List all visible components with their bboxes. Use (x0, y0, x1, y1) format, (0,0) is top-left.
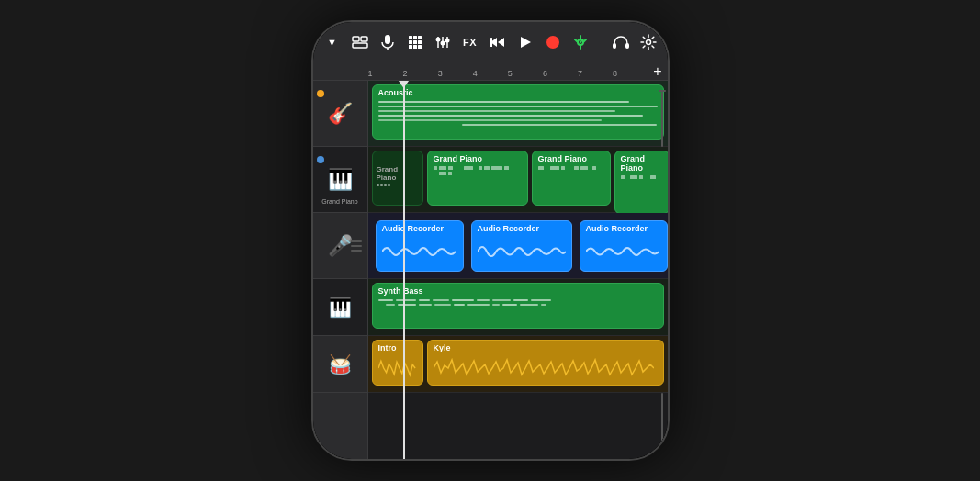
grid-icon[interactable] (403, 30, 427, 54)
synth-bass-pattern (378, 299, 658, 306)
track-row-acoustic: Acoustic (368, 81, 668, 147)
svg-rect-11 (418, 40, 422, 44)
ruler-mark-4: 4 (473, 69, 508, 78)
track-view-icon[interactable] (348, 30, 372, 54)
fx-button[interactable]: FX (458, 30, 482, 54)
acoustic-waveform (378, 101, 658, 126)
clip-grand-piano-3-label: Grand Piano (621, 154, 646, 173)
track-header-acoustic[interactable]: 🎸 (313, 81, 367, 147)
grand-piano-label: Grand Piano (317, 198, 364, 205)
waveform-2 (478, 235, 566, 268)
synth-icon: 🎹 (329, 296, 352, 319)
svg-rect-14 (418, 45, 422, 49)
midi-dots-2 (434, 166, 522, 201)
svg-rect-12 (409, 45, 412, 49)
toolbar: ▼ (313, 22, 668, 62)
microphone-track-icon: 🎤 (328, 234, 353, 258)
clip-grand-piano-1[interactable]: Grand Piano (427, 151, 528, 206)
track-header-grand-piano[interactable]: 🎹 Grand Piano (313, 147, 367, 213)
clip-grand-piano-1-label: Grand Piano (434, 154, 483, 163)
clip-acoustic-label: Acoustic (378, 88, 413, 97)
drum-pattern-kyle (434, 355, 658, 381)
svg-rect-10 (413, 40, 417, 44)
timeline-ruler: 1 2 3 4 5 6 7 8 + (313, 62, 668, 81)
svg-point-30 (646, 39, 650, 44)
ruler-mark-7: 7 (578, 69, 613, 78)
svg-rect-28 (613, 43, 616, 49)
svg-rect-2 (353, 43, 367, 48)
drums-icon: 🥁 (329, 353, 352, 375)
waveform-1 (382, 235, 457, 268)
drum-pattern-intro (378, 355, 417, 381)
clip-audio-recorder-3[interactable]: Audio Recorder (580, 220, 668, 272)
clip-synth-bass-label: Synth Bass (378, 286, 423, 296)
ruler-mark-1: 1 (368, 69, 403, 78)
piano-icon: 🎹 (328, 168, 353, 192)
tuner-icon[interactable] (569, 30, 592, 54)
svg-rect-3 (385, 35, 390, 44)
midi-dots-3 (538, 166, 604, 201)
headphones-icon[interactable] (609, 30, 633, 54)
clip-grand-piano-3[interactable]: Grand Piano (614, 151, 668, 214)
ruler-mark-5: 5 (508, 69, 543, 78)
track-header-drums[interactable]: 🥁 (313, 336, 367, 393)
tracks-container: 🎸 🎹 Grand Piano 🎤 (313, 81, 668, 459)
phone-frame: ▼ (311, 20, 670, 461)
clip-audio-recorder-1-label: Audio Recorder (382, 224, 457, 233)
clip-synth-bass[interactable]: Synth Bass (372, 283, 664, 329)
svg-point-16 (435, 37, 440, 41)
midi-dots-1 (377, 184, 419, 202)
clip-drums-kyle-label: Kyle (434, 343, 451, 352)
clip-drums-kyle[interactable]: Kyle (427, 340, 664, 386)
track-row-drums: Intro Kyle (368, 336, 668, 393)
dropdown-arrow-icon[interactable]: ▼ (321, 30, 344, 54)
svg-marker-22 (498, 38, 504, 47)
svg-rect-29 (625, 43, 629, 49)
tracks-scroll[interactable]: Acoustic Gr (368, 81, 668, 459)
clip-audio-recorder-1[interactable]: Audio Recorder (376, 220, 464, 272)
clip-audio-recorder-2-label: Audio Recorder (478, 224, 566, 233)
ruler-mark-6: 6 (543, 69, 578, 78)
clip-grand-piano-2[interactable]: Grand Piano (532, 151, 611, 206)
svg-marker-24 (521, 37, 531, 48)
clip-acoustic[interactable]: Acoustic (372, 84, 664, 140)
screen: ▼ (313, 22, 668, 459)
midi-dots-4 (621, 175, 663, 210)
mixer-icon[interactable] (431, 30, 455, 54)
svg-rect-23 (490, 38, 492, 47)
settings-icon[interactable] (636, 30, 660, 54)
clip-drums-intro[interactable]: Intro (372, 340, 423, 386)
play-icon[interactable] (513, 30, 537, 54)
svg-point-25 (546, 36, 559, 49)
rewind-icon[interactable] (486, 30, 510, 54)
svg-point-18 (440, 40, 445, 45)
track-headers: 🎸 🎹 Grand Piano 🎤 (313, 81, 368, 459)
microphone-icon[interactable] (376, 30, 400, 54)
clip-grand-piano-header[interactable]: Grand Piano (372, 151, 423, 206)
svg-rect-8 (418, 36, 422, 39)
svg-rect-0 (353, 37, 359, 41)
svg-rect-9 (409, 40, 412, 44)
svg-point-20 (445, 38, 449, 42)
ruler-marks: 1 2 3 4 5 6 7 8 (368, 62, 648, 80)
track-row-synth-bass: Synth Bass (368, 279, 668, 336)
track-row-audio-recorder: Audio Recorder Audio Recorder (368, 213, 668, 279)
clip-grand-piano-2-label: Grand Piano (538, 154, 588, 163)
acoustic-guitar-icon: 🎸 (328, 102, 353, 126)
ruler-mark-2: 2 (403, 69, 438, 78)
ruler-mark-3: 3 (438, 69, 473, 78)
record-icon[interactable] (541, 30, 565, 54)
waveform-3 (586, 235, 661, 268)
svg-rect-13 (413, 45, 417, 49)
clip-grand-piano-header-label: Grand Piano (377, 165, 419, 182)
ruler-mark-8: 8 (613, 69, 648, 78)
svg-rect-6 (409, 36, 412, 39)
track-row-grand-piano: Grand Piano Grand Piano (368, 147, 668, 213)
track-header-audio-recorder[interactable]: 🎤 (313, 213, 367, 279)
svg-rect-1 (361, 37, 367, 41)
clip-audio-recorder-3-label: Audio Recorder (586, 224, 661, 233)
track-header-synth-bass[interactable]: 🎹 (313, 279, 367, 336)
clip-audio-recorder-2[interactable]: Audio Recorder (471, 220, 572, 272)
add-track-button[interactable]: + (648, 63, 667, 80)
svg-rect-7 (413, 36, 417, 39)
